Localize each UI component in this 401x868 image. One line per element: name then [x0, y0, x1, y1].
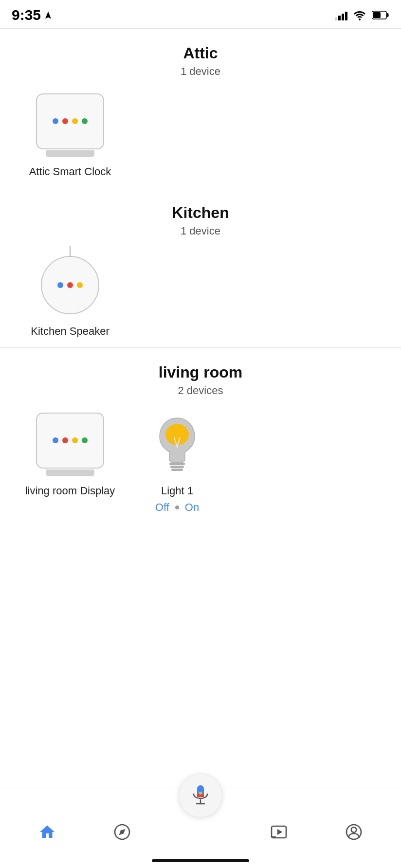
nav-item-explore[interactable] [104, 819, 141, 845]
signal-strength-icon [335, 10, 347, 20]
home-icon [38, 823, 56, 841]
wifi-icon [352, 10, 367, 20]
status-bar: 9:35 [0, 0, 401, 28]
svg-rect-4 [169, 463, 185, 465]
light-off-button[interactable]: Off [155, 501, 169, 514]
room-title-livingroom: living room [12, 363, 389, 381]
device-card-livingroom-display[interactable]: living room Display [21, 411, 119, 514]
device-card-attic-clock[interactable]: Attic Smart Clock [21, 91, 119, 178]
home-indicator [0, 854, 401, 868]
media-icon [270, 823, 288, 841]
smart-display-living-icon [36, 413, 104, 469]
devices-grid-kitchen: Kitchen Speaker [12, 251, 389, 338]
home-indicator-bar [152, 859, 249, 862]
svg-marker-15 [277, 829, 283, 835]
device-icon-livingroom-display [31, 411, 109, 479]
devices-grid-livingroom: living room Display [12, 411, 389, 514]
main-content: Attic 1 device [0, 29, 401, 868]
light-on-button[interactable]: On [185, 501, 199, 514]
device-name-livingroom-display: living room Display [25, 485, 115, 497]
room-section-attic: Attic 1 device [0, 29, 401, 188]
device-card-light1[interactable]: Light 1 Off On [128, 411, 226, 514]
account-icon [345, 823, 363, 841]
light-toggle[interactable]: Off On [155, 501, 199, 514]
speaker-icon [41, 256, 99, 314]
room-title-kitchen: Kitchen [12, 204, 389, 222]
device-name-kitchen-speaker: Kitchen Speaker [31, 325, 109, 338]
smart-display-icon [36, 93, 104, 149]
battery-icon [372, 10, 389, 20]
mic-button-wrapper [0, 774, 401, 817]
svg-point-12 [199, 792, 202, 795]
microphone-icon [191, 783, 210, 808]
compass-icon [113, 823, 131, 841]
svg-rect-16 [272, 836, 276, 838]
room-section-livingroom: living room 2 devices [0, 348, 401, 524]
svg-rect-2 [373, 12, 381, 18]
bottom-nav [0, 789, 401, 868]
light-bulb-icon [153, 413, 201, 476]
device-name-attic-clock: Attic Smart Clock [29, 165, 111, 178]
room-title-attic: Attic [12, 44, 389, 62]
nav-item-media[interactable] [260, 819, 297, 845]
room-count-attic: 1 device [12, 65, 389, 78]
room-count-livingroom: 2 devices [12, 384, 389, 397]
devices-grid-attic: Attic Smart Clock [12, 91, 389, 178]
room-count-kitchen: 1 device [12, 225, 389, 237]
svg-rect-6 [171, 469, 183, 471]
device-icon-attic-clock [31, 91, 109, 160]
toggle-dot-separator [175, 506, 179, 509]
nav-items [0, 819, 401, 854]
mic-button[interactable] [179, 774, 222, 817]
status-time: 9:35 [12, 7, 53, 23]
location-arrow-icon [44, 11, 53, 19]
device-card-kitchen-speaker[interactable]: Kitchen Speaker [21, 251, 119, 338]
svg-point-18 [351, 827, 357, 832]
status-icons [335, 10, 389, 20]
nav-item-home[interactable] [29, 819, 66, 845]
svg-rect-1 [387, 13, 389, 17]
svg-rect-5 [170, 466, 184, 468]
nav-item-account[interactable] [335, 819, 372, 845]
device-icon-kitchen-speaker [31, 251, 109, 319]
device-icon-light1 [138, 411, 216, 479]
time-label: 9:35 [12, 7, 41, 23]
room-section-kitchen: Kitchen 1 device Kitchen Speaker [0, 188, 401, 347]
svg-point-3 [165, 424, 189, 445]
device-name-light1: Light 1 [161, 485, 193, 497]
